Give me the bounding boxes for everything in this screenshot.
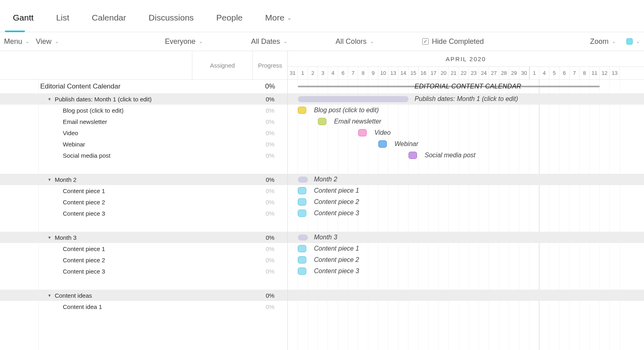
filter-dates[interactable]: All Dates⌄ bbox=[251, 37, 287, 46]
row-assigned[interactable] bbox=[192, 80, 253, 93]
row-name[interactable]: Content piece 2 bbox=[0, 254, 192, 266]
row-name[interactable]: Content piece 3 bbox=[0, 208, 192, 219]
list-row[interactable]: Editorial Content Calendar0% bbox=[0, 80, 287, 93]
row-name[interactable]: Content piece 1 bbox=[0, 185, 192, 196]
list-row[interactable]: ▼Month 30% bbox=[0, 232, 287, 243]
list-row[interactable]: Video0% bbox=[0, 127, 287, 138]
row-name[interactable]: Blog post (click to edit) bbox=[0, 105, 192, 116]
row-name[interactable]: Video bbox=[0, 127, 192, 138]
task-bar[interactable] bbox=[298, 268, 306, 275]
view-button[interactable]: View⌄ bbox=[36, 37, 59, 46]
task-bar[interactable] bbox=[378, 140, 387, 148]
row-assigned[interactable] bbox=[192, 185, 253, 196]
row-name[interactable]: Content idea 1 bbox=[0, 301, 192, 312]
list-row[interactable]: ▼Publish dates: Month 1 (click to edit)0… bbox=[0, 93, 287, 105]
row-name[interactable]: ▼Month 3 bbox=[0, 232, 192, 243]
list-row[interactable]: Content piece 30% bbox=[0, 266, 287, 277]
timeline-row[interactable]: Social media post bbox=[288, 150, 644, 161]
filter-colors[interactable]: All Colors⌄ bbox=[336, 37, 374, 46]
list-row[interactable]: Content piece 20% bbox=[0, 196, 287, 208]
timeline-row[interactable]: Month 3 bbox=[288, 232, 644, 243]
tab-discussions[interactable]: Discussions bbox=[137, 3, 205, 32]
tab-people[interactable]: People bbox=[205, 3, 254, 32]
row-name[interactable]: ▼Content ideas bbox=[0, 290, 192, 301]
row-name[interactable]: Editorial Content Calendar bbox=[0, 80, 192, 93]
timeline-row[interactable]: Publish dates: Month 1 (click to edit) bbox=[288, 93, 644, 105]
row-assigned[interactable] bbox=[192, 127, 253, 138]
timeline-row[interactable] bbox=[288, 301, 644, 312]
group-bar[interactable] bbox=[298, 96, 409, 102]
row-name[interactable]: Content piece 3 bbox=[0, 266, 192, 277]
row-name[interactable]: Content piece 1 bbox=[0, 243, 192, 254]
col-assigned-header[interactable]: Assigned bbox=[192, 51, 253, 79]
timeline-row[interactable] bbox=[288, 290, 644, 301]
row-assigned[interactable] bbox=[192, 105, 253, 116]
list-row[interactable]: ▼Content ideas0% bbox=[0, 290, 287, 301]
timeline-row[interactable]: Content piece 3 bbox=[288, 266, 644, 277]
filter-hide-completed[interactable]: ✓Hide Completed bbox=[422, 37, 484, 46]
filter-everyone[interactable]: Everyone⌄ bbox=[165, 37, 203, 46]
group-bar[interactable] bbox=[298, 235, 308, 241]
timeline-row[interactable]: Month 2 bbox=[288, 174, 644, 185]
tab-list[interactable]: List bbox=[45, 3, 80, 32]
task-bar[interactable] bbox=[298, 210, 306, 217]
col-progress-header[interactable]: Progress bbox=[253, 51, 287, 79]
task-bar[interactable] bbox=[298, 198, 306, 206]
timeline-row[interactable]: Content piece 3 bbox=[288, 208, 644, 219]
timeline-row[interactable]: Content piece 1 bbox=[288, 185, 644, 196]
row-assigned[interactable] bbox=[192, 301, 253, 312]
row-assigned[interactable] bbox=[192, 266, 253, 277]
list-row[interactable]: Blog post (click to edit)0% bbox=[0, 105, 287, 116]
tab-more[interactable]: More⌄ bbox=[254, 3, 303, 32]
row-name[interactable]: ▼Month 2 bbox=[0, 174, 192, 185]
row-name[interactable]: ▼Publish dates: Month 1 (click to edit) bbox=[0, 93, 192, 105]
list-row[interactable]: Email newsletter0% bbox=[0, 116, 287, 127]
task-bar[interactable] bbox=[318, 118, 326, 125]
list-row[interactable]: ▼Month 20% bbox=[0, 174, 287, 185]
row-assigned[interactable] bbox=[192, 254, 253, 266]
row-name[interactable]: Social media post bbox=[0, 150, 192, 161]
task-bar[interactable] bbox=[358, 129, 367, 136]
menu-button[interactable]: Menu⌄ bbox=[4, 37, 29, 46]
row-assigned[interactable] bbox=[192, 93, 253, 105]
row-assigned[interactable] bbox=[192, 243, 253, 254]
group-bar[interactable] bbox=[298, 177, 308, 183]
row-assigned[interactable] bbox=[192, 150, 253, 161]
list-row[interactable]: Content piece 30% bbox=[0, 208, 287, 219]
row-name[interactable]: Webinar bbox=[0, 138, 192, 150]
timeline-row[interactable]: Blog post (click to edit) bbox=[288, 105, 644, 116]
row-assigned[interactable] bbox=[192, 116, 253, 127]
row-assigned[interactable] bbox=[192, 196, 253, 208]
row-assigned[interactable] bbox=[192, 232, 253, 243]
timeline-row[interactable]: Content piece 2 bbox=[288, 254, 644, 266]
hide-completed-checkbox[interactable]: ✓ bbox=[422, 38, 429, 45]
list-row[interactable]: Content piece 10% bbox=[0, 243, 287, 254]
tab-gantt[interactable]: Gantt bbox=[2, 3, 45, 32]
list-row[interactable]: Content piece 10% bbox=[0, 185, 287, 196]
timeline-row[interactable]: Content piece 1 bbox=[288, 243, 644, 254]
list-row[interactable]: Social media post0% bbox=[0, 150, 287, 161]
zoom-button[interactable]: Zoom⌄ bbox=[590, 37, 616, 46]
list-row[interactable]: Content idea 10% bbox=[0, 301, 287, 312]
color-filter-button[interactable]: ⌄ bbox=[626, 38, 640, 45]
row-assigned[interactable] bbox=[192, 174, 253, 185]
list-row[interactable]: Content piece 20% bbox=[0, 254, 287, 266]
timeline-row[interactable]: Content piece 2 bbox=[288, 196, 644, 208]
timeline-body[interactable]: EDITORIAL CONTENT CALENDARPublish dates:… bbox=[288, 80, 644, 350]
list-row[interactable]: Webinar0% bbox=[0, 138, 287, 150]
row-name[interactable]: Email newsletter bbox=[0, 116, 192, 127]
timeline-row[interactable]: Video bbox=[288, 127, 644, 138]
timeline-row[interactable]: Webinar bbox=[288, 138, 644, 150]
row-assigned[interactable] bbox=[192, 208, 253, 219]
row-assigned[interactable] bbox=[192, 138, 253, 150]
task-bar[interactable] bbox=[298, 107, 306, 114]
timeline-row[interactable]: EDITORIAL CONTENT CALENDAR bbox=[288, 80, 644, 93]
row-assigned[interactable] bbox=[192, 290, 253, 301]
timeline-row[interactable]: Email newsletter bbox=[288, 116, 644, 127]
task-bar[interactable] bbox=[298, 256, 306, 264]
task-bar[interactable] bbox=[298, 187, 306, 194]
task-bar[interactable] bbox=[298, 245, 306, 252]
row-name[interactable]: Content piece 2 bbox=[0, 196, 192, 208]
task-bar[interactable] bbox=[409, 152, 417, 159]
tab-calendar[interactable]: Calendar bbox=[80, 3, 137, 32]
